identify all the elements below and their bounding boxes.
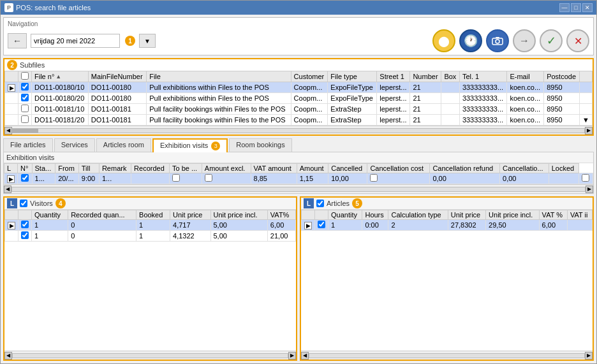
ev-col-till[interactable]: Till xyxy=(78,164,99,173)
cancelled-checkbox[interactable] xyxy=(370,174,378,182)
col-email[interactable]: E-mail xyxy=(507,71,544,82)
a-col-vatii[interactable]: VAT ii xyxy=(567,210,592,220)
exhibition-table-container[interactable]: L N° Sta... From Till Remark Recorded To… xyxy=(4,163,593,184)
col-file-type[interactable]: File type xyxy=(328,71,377,82)
table-row[interactable]: DO11-00180/20 DO11-00180 Pull exhibition… xyxy=(5,93,593,104)
ev-locked-cell[interactable] xyxy=(579,173,593,184)
tab-exhibition-visits[interactable]: Exhibition visits 3 xyxy=(152,138,228,152)
check-cell[interactable] xyxy=(18,115,32,126)
ev-col-canc-cost[interactable]: Cancellation cost xyxy=(367,164,430,173)
ev-scroll-right[interactable]: ▶ xyxy=(586,186,593,193)
v-col-unit[interactable]: Unit price xyxy=(170,210,210,220)
ev-recorded-cell[interactable] xyxy=(170,173,202,184)
articles-check[interactable] xyxy=(316,200,324,207)
a-expand-cell[interactable]: ▶ xyxy=(302,220,315,231)
v-col-qty[interactable]: Quantity xyxy=(32,210,68,220)
ev-col-sta[interactable]: Sta... xyxy=(32,164,55,173)
ev-col-amt-excl[interactable]: Amount excl. xyxy=(202,164,251,173)
a-col-hours[interactable]: Hours xyxy=(362,210,388,220)
select-all-subfiles[interactable] xyxy=(21,72,29,80)
clock-button[interactable]: 🕐 xyxy=(459,29,482,52)
visitors-scrollbar[interactable]: ◀ ▶ xyxy=(4,351,296,360)
ev-check-cell[interactable] xyxy=(18,173,33,184)
v-checkbox[interactable] xyxy=(21,221,29,228)
v-check-cell[interactable] xyxy=(18,220,32,231)
expand-cell[interactable]: ▶ xyxy=(5,82,18,93)
a-scroll-right[interactable]: ▶ xyxy=(585,352,593,360)
tab-file-articles[interactable]: File articles xyxy=(3,138,53,152)
table-row[interactable]: ▶ 1 0 1 4,717 5,00 6,00 xyxy=(5,220,296,231)
col-postcode[interactable]: Postcode xyxy=(544,71,580,82)
col-street[interactable]: Street 1 xyxy=(377,71,410,82)
ev-checkbox[interactable] xyxy=(21,174,29,182)
scroll-left-arrow[interactable]: ◀ xyxy=(4,127,12,135)
locked-checkbox[interactable] xyxy=(582,174,589,182)
ev-expand-btn[interactable]: ▶ xyxy=(7,175,15,183)
date-input[interactable] xyxy=(31,34,120,48)
row-checkbox[interactable] xyxy=(21,83,29,91)
recorded-checkbox[interactable] xyxy=(172,174,180,182)
v-scroll-right[interactable]: ▶ xyxy=(288,352,296,360)
col-file[interactable]: File xyxy=(147,71,291,82)
v-expand-btn[interactable]: ▶ xyxy=(8,222,15,229)
ev-col-cancelled[interactable]: Cancelled xyxy=(328,164,367,173)
ev-col-vat[interactable]: VAT amount xyxy=(251,164,297,173)
ev-col-locked[interactable]: Locked xyxy=(549,164,579,173)
tobe-checkbox[interactable] xyxy=(205,174,212,182)
articles-table-container[interactable]: Quantity Hours Calculation type Unit pri… xyxy=(301,210,593,351)
camera-button[interactable] xyxy=(486,29,509,52)
v-col-unit-incl[interactable]: Unit price incl. xyxy=(210,210,267,220)
a-scroll-left[interactable]: ◀ xyxy=(301,352,309,360)
ev-col-remark[interactable]: Remark xyxy=(99,164,131,173)
a-col-qty[interactable]: Quantity xyxy=(328,210,362,220)
check-cell[interactable] xyxy=(18,104,32,115)
a-col-unit[interactable]: Unit price xyxy=(448,210,485,220)
ev-col-amount[interactable]: Amount xyxy=(297,164,328,173)
col-file-n[interactable]: File n° ▲ xyxy=(32,71,89,82)
col-tel[interactable]: Tel. 1 xyxy=(459,71,507,82)
check-cell[interactable] xyxy=(18,82,32,93)
table-row[interactable]: ▶ 1... 20/... 9:00 1... 8,85 1,15 xyxy=(4,173,593,184)
calendar-button[interactable]: ▼ xyxy=(139,34,156,48)
table-row[interactable]: ▶ DO11-00180/10 DO11-00180 Pull exhibiti… xyxy=(5,82,593,93)
table-row[interactable]: ▶ 1 0:00 2 27,8302 29,50 6,00 xyxy=(302,220,593,231)
ev-col-recorded[interactable]: Recorded xyxy=(131,164,170,173)
ev-col-from[interactable]: From xyxy=(55,164,79,173)
a-check-cell[interactable] xyxy=(315,220,328,231)
tab-services[interactable]: Services xyxy=(54,138,95,152)
tab-room-bookings[interactable]: Room bookings xyxy=(229,138,291,152)
check-cell[interactable] xyxy=(18,93,32,104)
col-number[interactable]: Number xyxy=(410,71,441,82)
col-customer[interactable]: Customer xyxy=(291,71,328,82)
articles-scrollbar[interactable]: ◀ ▶ xyxy=(301,351,593,360)
a-checkbox[interactable] xyxy=(318,221,325,228)
table-row[interactable]: DO11-00181/10 DO11-00181 Pull facility b… xyxy=(5,104,593,115)
table-row[interactable]: 1 0 1 4,1322 5,00 21,00 xyxy=(5,231,296,242)
table-row[interactable]: DO11-00181/20 DO11-00181 Pull facility b… xyxy=(5,115,593,126)
ev-tobe-cell[interactable] xyxy=(202,173,251,184)
row-expand-btn[interactable]: ▶ xyxy=(8,84,15,92)
v-scroll-left[interactable]: ◀ xyxy=(4,352,12,360)
check-button[interactable]: ✓ xyxy=(540,29,563,52)
ev-col-n[interactable]: N° xyxy=(18,164,33,173)
row-checkbox[interactable] xyxy=(21,94,29,101)
a-expand-btn[interactable]: ▶ xyxy=(304,222,312,229)
visitors-l-button[interactable]: L xyxy=(7,198,17,208)
ev-l-cell[interactable]: ▶ xyxy=(4,173,18,184)
a-col-vat[interactable]: VAT % xyxy=(539,210,567,220)
ev-col-cancellatio[interactable]: Cancellatio... xyxy=(500,164,549,173)
v-col-rec-qty[interactable]: Recorded quan... xyxy=(68,210,136,220)
a-col-calc[interactable]: Calculation type xyxy=(388,210,448,220)
scroll-right-arrow[interactable]: ▶ xyxy=(585,127,593,135)
arrow-button[interactable]: → xyxy=(513,29,536,52)
close-button[interactable]: ✕ xyxy=(582,3,593,12)
a-col-unit-incl[interactable]: Unit price incl. xyxy=(486,210,540,220)
subfiles-table-container[interactable]: File n° ▲ MainFileNumber File Customer F… xyxy=(4,71,593,126)
close-circle-button[interactable]: ✕ xyxy=(566,29,589,52)
col-box[interactable]: Box xyxy=(441,71,459,82)
ev-col-tobe[interactable]: To be ... xyxy=(170,164,202,173)
articles-l-button[interactable]: L xyxy=(304,198,314,208)
subfiles-scrollbar[interactable]: ◀ ▶ xyxy=(4,126,593,135)
yellow-circle-button[interactable]: ⬤ xyxy=(432,29,455,52)
ev-col-canc-refund[interactable]: Cancellation refund xyxy=(430,164,500,173)
